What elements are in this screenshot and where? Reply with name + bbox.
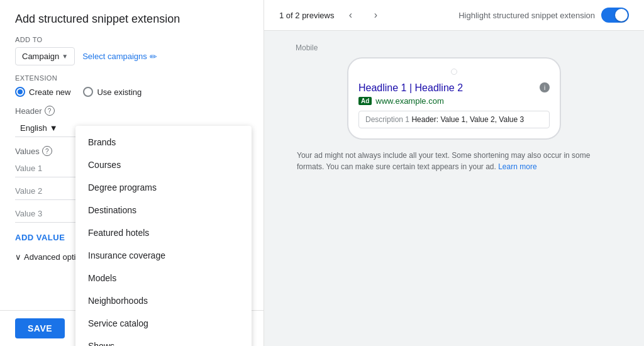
values-help-icon[interactable]: ?: [42, 146, 52, 156]
right-panel: 1 of 2 previews ‹ › Highlight structured…: [264, 0, 644, 346]
phone-mockup: Headline 1 | Headline 2 i Ad www.example…: [347, 57, 561, 140]
create-new-radio[interactable]: [15, 87, 25, 97]
campaign-row: Campaign ▼ Select campaigns ✏: [15, 47, 248, 65]
main-layout: Add structured snippet extension Add to …: [0, 0, 644, 346]
extension-row: Create new Use existing: [15, 87, 248, 97]
prev-arrow[interactable]: ‹: [341, 6, 359, 24]
header-label-row: Header ?: [15, 106, 248, 116]
ad-description-label: Description 1: [365, 115, 409, 124]
mobile-label: Mobile: [296, 43, 318, 52]
dropdown-menu-item[interactable]: Destinations: [75, 199, 252, 221]
preview-counter: 1 of 2 previews: [279, 11, 334, 20]
preview-nav: 1 of 2 previews ‹ ›: [279, 6, 384, 24]
chevron-down-icon: ▼: [62, 53, 68, 60]
add-value-button[interactable]: ADD VALUE: [15, 233, 65, 242]
create-new-label: Create new: [29, 87, 70, 97]
header-label: Header: [15, 106, 42, 116]
header-help-icon[interactable]: ?: [45, 106, 55, 116]
next-arrow[interactable]: ›: [367, 6, 384, 24]
create-new-option[interactable]: Create new: [15, 87, 70, 97]
select-campaigns-label: Select campaigns: [82, 52, 147, 61]
notice-body: Your ad might not always include all you…: [297, 151, 590, 171]
ad-url-row: Ad www.example.com: [358, 96, 550, 106]
extension-label: Extension: [15, 74, 248, 82]
ad-info-icon[interactable]: i: [540, 82, 550, 92]
phone-notch: [358, 69, 550, 75]
ad-url: www.example.com: [375, 96, 443, 106]
use-existing-label: Use existing: [97, 87, 142, 97]
ad-snippet-values: Header: Value 1, Value 2, Value 3: [411, 115, 524, 124]
dropdown-menu-item[interactable]: Models: [75, 267, 252, 289]
dropdown-menu-item[interactable]: Brands: [75, 131, 252, 153]
ad-headline-text: Headline 1 | Headline 2: [358, 82, 463, 94]
header-dropdown-menu: BrandsCoursesDegree programsDestinations…: [75, 126, 252, 346]
dropdown-menu-item[interactable]: Neighborhoods: [75, 289, 252, 312]
save-button[interactable]: SAVE: [15, 318, 65, 338]
select-campaigns-link[interactable]: Select campaigns ✏: [82, 52, 157, 62]
use-existing-radio[interactable]: [83, 87, 93, 97]
use-existing-option[interactable]: Use existing: [83, 87, 142, 97]
left-panel: Add structured snippet extension Add to …: [0, 0, 264, 346]
highlight-toggle[interactable]: [601, 8, 629, 23]
ad-headline: Headline 1 | Headline 2 i: [358, 82, 550, 94]
dropdown-menu-item[interactable]: Service catalog: [75, 312, 252, 335]
dropdown-menu-item[interactable]: Featured hotels: [75, 221, 252, 244]
panel-title: Add structured snippet extension: [15, 13, 248, 26]
campaign-dropdown[interactable]: Campaign ▼: [15, 47, 75, 65]
highlight-label: Highlight structured snippet extension: [458, 11, 595, 20]
pencil-icon: ✏: [150, 52, 157, 62]
dropdown-menu-item[interactable]: Shows: [75, 335, 252, 346]
dropdown-menu-item[interactable]: Degree programs: [75, 176, 252, 199]
header-language-value: English: [20, 123, 47, 133]
add-to-label: Add to: [15, 36, 248, 43]
notice-text: Your ad might not always include all you…: [278, 150, 630, 172]
ad-description-row: Description 1 Header: Value 1, Value 2, …: [358, 111, 550, 128]
right-header: 1 of 2 previews ‹ › Highlight structured…: [264, 0, 644, 31]
campaign-dropdown-label: Campaign: [22, 52, 59, 61]
learn-more-link[interactable]: Learn more: [498, 162, 536, 171]
right-content: Mobile Headline 1 | Headline 2 i Ad www.…: [264, 31, 644, 346]
dropdown-menu-item[interactable]: Insurance coverage: [75, 244, 252, 267]
chevron-down-icon-header: ▼: [50, 123, 58, 133]
advanced-options-label: Advanced opti...: [24, 252, 82, 262]
dropdown-menu-item[interactable]: Courses: [75, 153, 252, 176]
values-label: Values: [15, 147, 40, 156]
ad-badge: Ad: [358, 97, 372, 105]
phone-notch-circle: [451, 69, 457, 75]
chevron-down-icon-advanced: ∨: [15, 252, 21, 262]
highlight-row: Highlight structured snippet extension: [458, 8, 629, 23]
